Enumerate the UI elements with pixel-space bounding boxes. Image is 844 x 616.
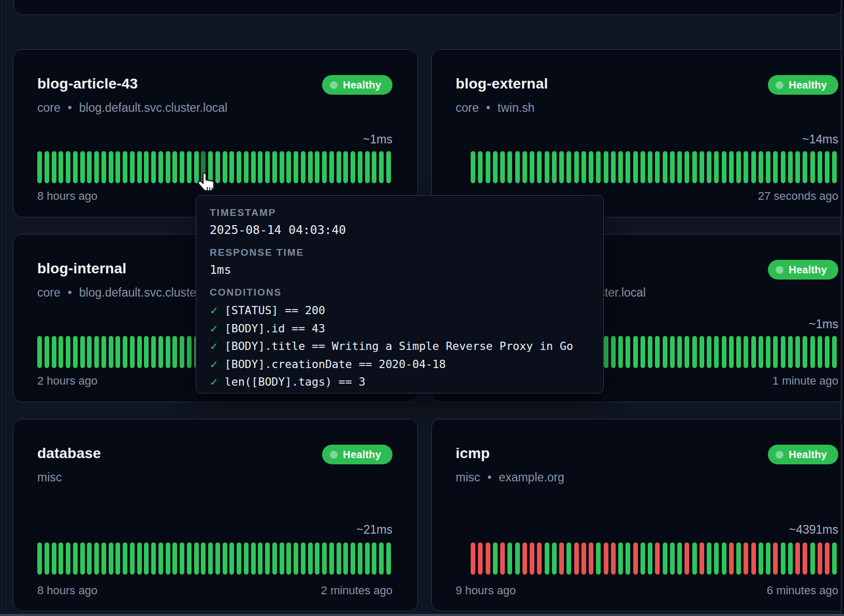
status-bar-success[interactable] [618, 151, 623, 183]
status-bar-success[interactable] [773, 151, 778, 183]
status-bar-success[interactable] [714, 542, 719, 575]
status-bar-success[interactable] [795, 151, 800, 183]
status-bar-success[interactable] [158, 542, 163, 575]
status-bar-success[interactable] [87, 336, 92, 368]
status-bar-success[interactable] [515, 151, 520, 183]
status-bar-success[interactable] [94, 151, 99, 183]
status-bar-success[interactable] [358, 151, 362, 183]
status-bar-success[interactable] [109, 336, 113, 368]
status-bar-success[interactable] [351, 542, 355, 575]
status-bar-success[interactable] [137, 542, 142, 575]
status-bar-success[interactable] [618, 542, 623, 575]
status-bar-success[interactable] [729, 336, 734, 368]
status-bar-success[interactable] [379, 151, 384, 183]
status-bar-success[interactable] [574, 151, 579, 183]
status-bar-success[interactable] [229, 151, 234, 183]
status-bar-success[interactable] [618, 336, 623, 368]
status-bar-success[interactable] [641, 151, 645, 183]
status-bar-success[interactable] [685, 151, 689, 183]
status-bar-success[interactable] [194, 542, 199, 575]
status-bar-success[interactable] [611, 336, 616, 368]
status-bar-failure[interactable] [825, 542, 830, 575]
status-bar-success[interactable] [45, 336, 49, 368]
status-bar-success[interactable] [736, 336, 741, 368]
status-bar-success[interactable] [37, 336, 42, 368]
status-bar-success[interactable] [507, 151, 512, 183]
status-bar-failure[interactable] [633, 542, 638, 575]
status-bar-success[interactable] [818, 151, 822, 183]
status-bar-failure[interactable] [522, 542, 527, 575]
status-bar-success[interactable] [337, 542, 341, 575]
status-bar-success[interactable] [358, 542, 362, 575]
status-bar-success[interactable] [795, 336, 800, 368]
status-bar-success[interactable] [625, 542, 630, 575]
status-bar-success[interactable] [109, 542, 113, 575]
status-bar-success[interactable] [493, 151, 498, 183]
status-bar-failure[interactable] [486, 542, 490, 575]
status-bar-success[interactable] [73, 151, 78, 183]
status-bar-success[interactable] [559, 151, 564, 183]
status-bar-success[interactable] [343, 151, 348, 183]
status-bar-success[interactable] [280, 151, 284, 183]
status-bar-success[interactable] [115, 336, 120, 368]
status-bar-success[interactable] [566, 542, 571, 575]
status-bar-success[interactable] [208, 542, 213, 575]
status-bar-success[interactable] [158, 336, 163, 368]
status-bar-failure[interactable] [795, 542, 800, 575]
status-bar-success[interactable] [810, 542, 815, 575]
status-bar-success[interactable] [115, 151, 120, 183]
status-bar-success[interactable] [223, 151, 227, 183]
status-bar-success[interactable] [744, 151, 748, 183]
status-bar-failure[interactable] [685, 542, 689, 575]
status-bar-success[interactable] [201, 542, 206, 575]
status-bar-success[interactable] [258, 151, 263, 183]
status-bar-failure[interactable] [803, 542, 807, 575]
status-bar-success[interactable] [237, 151, 241, 183]
status-bar-success[interactable] [611, 151, 616, 183]
status-bar-success[interactable] [52, 542, 56, 575]
status-bar-success[interactable] [52, 336, 56, 368]
status-bar-success[interactable] [151, 542, 156, 575]
status-bar-success[interactable] [66, 336, 70, 368]
status-bar-success[interactable] [123, 336, 127, 368]
status-bar-success[interactable] [625, 151, 630, 183]
status-bar-success[interactable] [137, 336, 142, 368]
status-bar-success[interactable] [59, 336, 63, 368]
status-bar-success[interactable] [759, 542, 763, 575]
status-bar-success[interactable] [109, 151, 113, 183]
status-bar-success[interactable] [101, 542, 106, 575]
status-bar-success[interactable] [722, 336, 726, 368]
status-bar-success[interactable] [722, 151, 726, 183]
status-bar-failure[interactable] [581, 542, 586, 575]
status-bar-success[interactable] [655, 151, 660, 183]
status-bar-success[interactable] [692, 336, 697, 368]
status-bar-success[interactable] [471, 151, 475, 183]
status-bar-success[interactable] [648, 542, 652, 575]
status-bar-success[interactable] [59, 151, 63, 183]
status-bar-success[interactable] [329, 542, 334, 575]
status-bar-success[interactable] [515, 542, 520, 575]
status-bar-success[interactable] [379, 542, 384, 575]
status-bar-success[interactable] [80, 542, 85, 575]
status-bar-success[interactable] [73, 542, 78, 575]
status-bar-success[interactable] [604, 151, 608, 183]
status-bar-success[interactable] [229, 542, 234, 575]
status-bar-success[interactable] [66, 151, 70, 183]
status-bar-success[interactable] [130, 336, 135, 368]
status-bar-success[interactable] [294, 151, 298, 183]
status-bar-success[interactable] [66, 542, 70, 575]
status-bar-success[interactable] [759, 336, 763, 368]
status-bar-success[interactable] [810, 336, 815, 368]
status-bar-success[interactable] [736, 151, 741, 183]
status-bar-success[interactable] [172, 542, 177, 575]
uptime-history[interactable] [471, 542, 838, 575]
status-bar-success[interactable] [500, 151, 505, 183]
status-bar-success[interactable] [294, 542, 298, 575]
status-bar-success[interactable] [386, 542, 391, 575]
status-bar-success[interactable] [522, 151, 527, 183]
status-bar-success[interactable] [714, 336, 719, 368]
status-bar-success[interactable] [677, 151, 682, 183]
status-bar-success[interactable] [265, 542, 270, 575]
uptime-history[interactable] [471, 151, 838, 183]
status-bar-failure[interactable] [574, 542, 579, 575]
